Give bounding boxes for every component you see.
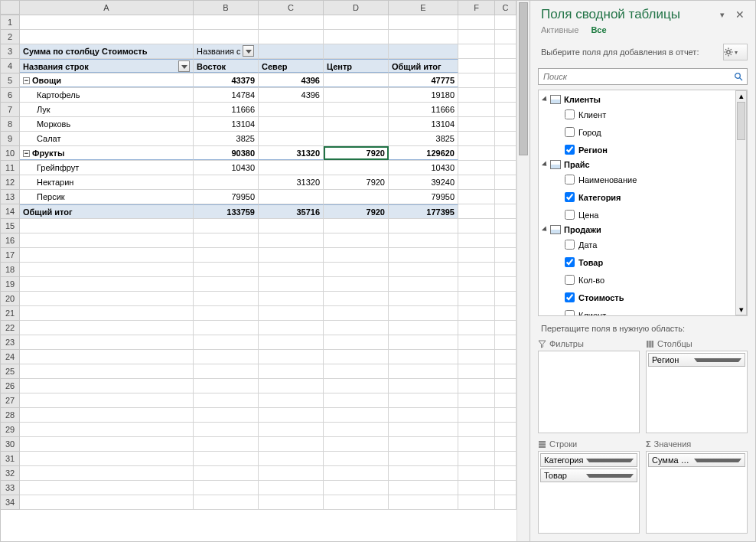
cell[interactable]	[20, 437, 194, 451]
cell[interactable]: 47775	[389, 73, 458, 87]
cell[interactable]	[389, 44, 458, 58]
columns-dropzone[interactable]: Регион	[646, 351, 748, 433]
cell[interactable]	[259, 437, 324, 451]
cell[interactable]	[194, 292, 259, 305]
cell[interactable]	[324, 350, 389, 364]
cell[interactable]	[389, 306, 458, 320]
field-Наименование[interactable]: Наименование	[540, 171, 745, 188]
cell[interactable]	[259, 132, 324, 145]
cell[interactable]: 90380	[194, 146, 259, 160]
cell[interactable]	[259, 335, 324, 349]
cell[interactable]	[324, 306, 389, 320]
row-header-15[interactable]: 15	[1, 219, 20, 233]
col-header-E[interactable]: E	[389, 1, 458, 15]
row-header-33[interactable]: 33	[1, 481, 20, 495]
cell[interactable]	[495, 466, 516, 480]
cell[interactable]	[324, 481, 389, 495]
cell[interactable]: 79950	[194, 190, 259, 204]
table-group-Клиенты[interactable]: Клиенты	[540, 93, 745, 106]
cell[interactable]: 31320	[259, 175, 324, 189]
cell[interactable]: 14784	[194, 88, 259, 102]
dropdown-icon[interactable]	[243, 45, 254, 57]
cell[interactable]	[194, 335, 259, 349]
cell[interactable]	[458, 219, 495, 233]
dropdown-icon[interactable]	[694, 358, 742, 362]
cell[interactable]	[389, 408, 458, 422]
collapse-icon[interactable]: −	[23, 77, 30, 84]
cell[interactable]: Центр	[324, 59, 389, 73]
cell[interactable]	[259, 44, 324, 58]
cell[interactable]	[495, 219, 516, 233]
col-header-B[interactable]: B	[194, 1, 259, 15]
cell[interactable]	[495, 132, 516, 145]
cell[interactable]	[389, 379, 458, 393]
cell[interactable]	[458, 321, 495, 335]
row-header-1[interactable]: 1	[1, 15, 20, 30]
tab-active-fields[interactable]: Активные	[541, 25, 578, 34]
area-tag[interactable]: Регион	[648, 353, 745, 367]
cell[interactable]	[458, 103, 495, 116]
table-group-Продажи[interactable]: Продажи	[540, 224, 745, 236]
row-header-24[interactable]: 24	[1, 350, 20, 364]
cell[interactable]	[495, 161, 516, 175]
cell[interactable]	[324, 190, 389, 204]
row-header-21[interactable]: 21	[1, 306, 20, 321]
field-scroll-up[interactable]: ▴	[736, 91, 746, 101]
cell[interactable]	[458, 292, 495, 305]
cell[interactable]	[324, 73, 389, 87]
cell[interactable]	[495, 364, 516, 378]
cell[interactable]	[324, 88, 389, 102]
cell[interactable]	[389, 364, 458, 378]
field-checkbox[interactable]	[565, 192, 575, 202]
row-labels-dropdown[interactable]: Названия строк	[20, 59, 194, 73]
cell[interactable]: 19180	[389, 88, 458, 102]
cell[interactable]	[458, 88, 495, 102]
cell[interactable]	[194, 364, 259, 378]
cell[interactable]	[458, 379, 495, 393]
cell[interactable]	[324, 248, 389, 262]
cell[interactable]	[495, 73, 516, 87]
cell[interactable]	[324, 30, 389, 44]
cell[interactable]	[20, 379, 194, 393]
cell[interactable]	[495, 277, 516, 291]
row-header-22[interactable]: 22	[1, 321, 20, 335]
cell[interactable]	[389, 277, 458, 291]
row-header-14[interactable]: 14	[1, 204, 20, 219]
cell[interactable]	[495, 495, 516, 509]
close-icon[interactable]: ✕	[732, 7, 748, 22]
cell[interactable]	[389, 335, 458, 349]
field-Дата[interactable]: Дата	[540, 236, 745, 253]
cell[interactable]	[495, 321, 516, 335]
cell[interactable]	[259, 364, 324, 378]
row-header-6[interactable]: 6	[1, 88, 20, 103]
col-header-F[interactable]: F	[458, 1, 495, 15]
cell[interactable]	[324, 15, 389, 29]
cell[interactable]	[194, 408, 259, 422]
cell[interactable]	[495, 30, 516, 44]
cell[interactable]: Общий итог	[389, 59, 458, 73]
cell[interactable]	[194, 248, 259, 262]
cell[interactable]	[324, 495, 389, 509]
cell[interactable]	[194, 466, 259, 480]
cell[interactable]	[259, 466, 324, 480]
cell[interactable]	[324, 423, 389, 436]
cell[interactable]	[458, 132, 495, 145]
col-header-G[interactable]: C	[495, 1, 516, 15]
cell[interactable]	[20, 277, 194, 291]
cell[interactable]	[20, 423, 194, 436]
cell[interactable]	[389, 423, 458, 436]
cell[interactable]	[324, 117, 389, 131]
row-header-25[interactable]: 25	[1, 364, 20, 379]
cell[interactable]	[495, 248, 516, 262]
cell[interactable]: Картофель	[20, 88, 194, 102]
cell[interactable]	[389, 321, 458, 335]
cell[interactable]	[458, 204, 495, 218]
cell[interactable]	[259, 233, 324, 247]
cell[interactable]	[20, 15, 194, 29]
cell[interactable]	[20, 452, 194, 465]
cell[interactable]	[495, 306, 516, 320]
cell[interactable]	[20, 292, 194, 305]
cell[interactable]: 43379	[194, 73, 259, 87]
cell[interactable]	[495, 423, 516, 436]
expand-icon[interactable]	[542, 226, 549, 233]
